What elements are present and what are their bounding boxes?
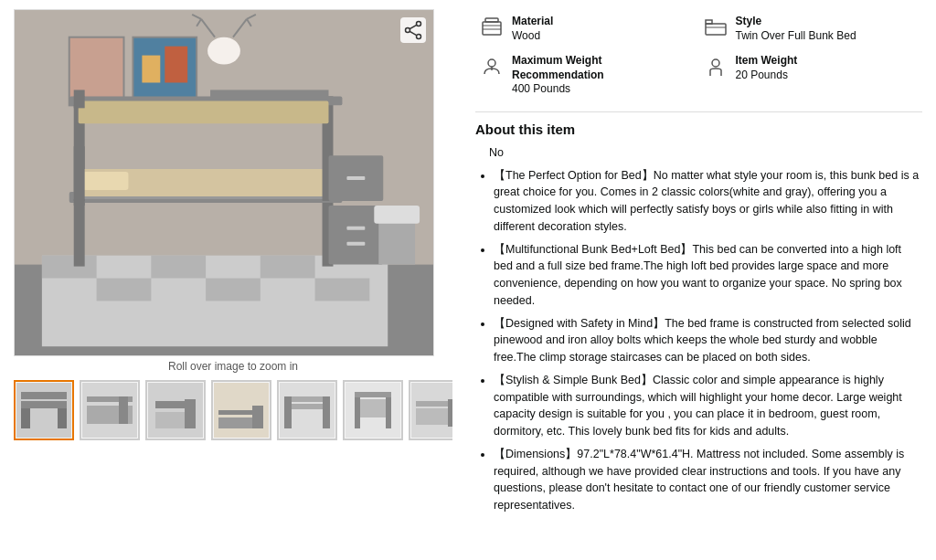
share-button[interactable] xyxy=(400,17,426,43)
thumbnail-7[interactable] xyxy=(409,380,452,440)
svg-rect-7 xyxy=(97,279,152,301)
svg-rect-48 xyxy=(21,392,67,399)
svg-rect-83 xyxy=(706,20,712,24)
svg-point-43 xyxy=(406,28,410,33)
svg-rect-78 xyxy=(485,18,498,22)
svg-rect-38 xyxy=(346,242,365,246)
svg-point-42 xyxy=(417,35,421,39)
svg-rect-4 xyxy=(42,256,97,279)
svg-rect-49 xyxy=(21,408,30,428)
svg-rect-74 xyxy=(416,401,452,407)
svg-rect-13 xyxy=(165,47,187,83)
svg-rect-58 xyxy=(185,399,196,428)
bullet-list: No 【The Perfect Option for Bed】No matter… xyxy=(475,144,922,514)
about-title: About this item xyxy=(475,122,922,137)
svg-rect-81 xyxy=(706,24,726,35)
svg-point-14 xyxy=(207,37,240,65)
svg-point-84 xyxy=(488,59,495,67)
svg-rect-40 xyxy=(374,206,420,224)
thumbnail-5[interactable] xyxy=(277,380,337,440)
bullet-item-0: No xyxy=(489,144,922,162)
svg-rect-5 xyxy=(151,256,206,279)
thumbnail-3[interactable] xyxy=(145,380,206,440)
svg-rect-31 xyxy=(79,100,329,123)
spec-style: Style Twin Over Full Bunk Bed xyxy=(699,9,923,48)
svg-rect-27 xyxy=(83,172,129,190)
svg-rect-6 xyxy=(261,256,315,279)
left-panel: Roll over image to zoom in xyxy=(14,9,452,520)
spec-material: Material Wood xyxy=(475,9,699,48)
svg-rect-61 xyxy=(218,417,255,428)
max-weight-text: Maximum Weight Recommendation 400 Pounds xyxy=(512,54,696,97)
bullet-item-3: 【Designed with Safety in Mind】The bed fr… xyxy=(494,315,922,366)
bullet-item-5: 【Dimensions】97.2"L*78.4"W*61.4"H. Mattre… xyxy=(494,446,922,514)
svg-rect-36 xyxy=(346,176,365,180)
svg-rect-8 xyxy=(206,279,261,301)
svg-rect-50 xyxy=(58,408,67,428)
max-weight-value: 400 Pounds xyxy=(512,82,696,97)
thumbnail-strip xyxy=(14,380,452,440)
svg-rect-60 xyxy=(218,410,255,415)
svg-rect-72 xyxy=(386,397,391,428)
svg-rect-62 xyxy=(252,406,263,428)
item-weight-text: Item Weight 20 Pounds xyxy=(736,54,798,82)
svg-rect-71 xyxy=(355,397,360,428)
main-product-image xyxy=(14,9,434,356)
bullet-item-1: 【The Perfect Option for Bed】No matter wh… xyxy=(494,167,922,236)
svg-rect-75 xyxy=(416,408,452,425)
style-icon xyxy=(703,15,729,40)
svg-point-86 xyxy=(712,59,719,67)
svg-rect-12 xyxy=(142,56,160,83)
max-weight-label: Maximum Weight Recommendation xyxy=(512,54,696,82)
spec-max-weight: Maximum Weight Recommendation 400 Pounds xyxy=(475,48,699,102)
svg-rect-33 xyxy=(210,90,328,97)
material-text: Material Wood xyxy=(512,15,553,43)
specs-divider xyxy=(475,111,922,112)
max-weight-icon xyxy=(479,54,505,79)
svg-rect-47 xyxy=(21,401,67,408)
svg-rect-54 xyxy=(119,396,128,424)
material-icon xyxy=(479,15,505,40)
bullet-item-4: 【Stylish & Simple Bunk Bed】Classic color… xyxy=(494,372,922,440)
bullet-item-2: 【Multifunctional Bunk Bed+Loft Bed】This … xyxy=(494,241,922,310)
specs-grid: Material Wood Style Twin Over Full Bunk … xyxy=(475,9,922,102)
svg-rect-67 xyxy=(323,396,330,428)
svg-rect-76 xyxy=(448,399,452,427)
item-weight-label: Item Weight xyxy=(736,54,798,69)
thumbnail-4[interactable] xyxy=(211,380,271,440)
svg-line-44 xyxy=(410,25,416,28)
thumbnail-2[interactable] xyxy=(80,380,140,440)
svg-rect-77 xyxy=(483,22,501,35)
right-panel: Material Wood Style Twin Over Full Bunk … xyxy=(466,9,922,520)
svg-rect-37 xyxy=(346,227,365,230)
svg-rect-9 xyxy=(315,279,370,301)
thumbnail-1[interactable] xyxy=(14,380,74,440)
style-text: Style Twin Over Full Bunk Bed xyxy=(736,15,856,43)
svg-point-41 xyxy=(417,22,421,26)
svg-rect-39 xyxy=(378,219,415,265)
item-weight-value: 20 Pounds xyxy=(736,69,798,83)
svg-rect-66 xyxy=(284,396,292,428)
svg-rect-69 xyxy=(355,392,391,397)
svg-line-45 xyxy=(410,31,416,35)
svg-rect-22 xyxy=(74,203,85,267)
spec-item-weight: Item Weight 20 Pounds xyxy=(699,48,923,102)
item-weight-icon xyxy=(703,54,729,79)
material-value: Wood xyxy=(512,29,553,44)
style-label: Style xyxy=(736,15,856,29)
material-label: Material xyxy=(512,15,553,29)
zoom-hint: Roll over image to zoom in xyxy=(14,360,452,373)
style-value: Twin Over Full Bunk Bed xyxy=(736,29,856,44)
svg-rect-32 xyxy=(74,90,85,108)
thumbnail-6[interactable] xyxy=(343,380,403,440)
